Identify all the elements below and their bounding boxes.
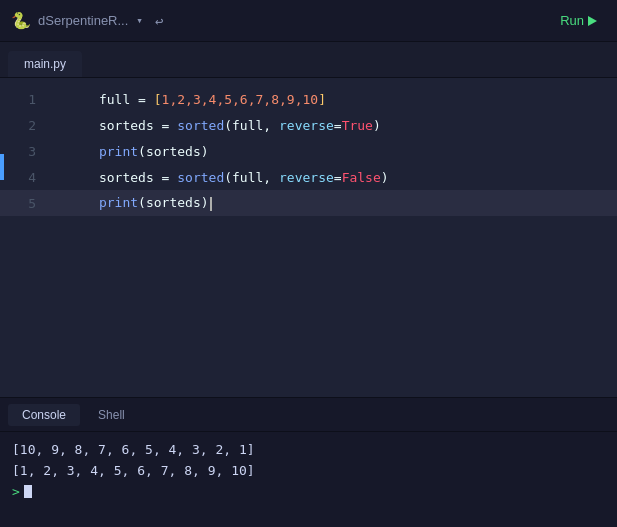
token: (full, — [224, 170, 279, 185]
header-title: dSerpentineR... — [38, 13, 128, 28]
header: 🐍 dSerpentineR... ▾ ↩ Run — [0, 0, 617, 42]
run-button[interactable]: Run — [552, 9, 605, 32]
run-label: Run — [560, 13, 584, 28]
line-number-2: 2 — [8, 118, 36, 133]
line-number-4: 4 — [8, 170, 36, 185]
panel-tabs: Console Shell — [0, 398, 617, 432]
token: reverse — [279, 170, 334, 185]
token: (full, — [224, 118, 279, 133]
code-content-5: print(sorteds) — [52, 180, 212, 226]
token: ) — [373, 118, 381, 133]
console-tab[interactable]: Console — [8, 404, 80, 426]
text-cursor — [210, 197, 212, 211]
token: = — [334, 170, 342, 185]
run-triangle-icon — [588, 16, 597, 26]
chevron-down-icon[interactable]: ▾ — [136, 14, 143, 27]
python-icon: 🐍 — [12, 12, 30, 30]
output-line-2: [1, 2, 3, 4, 5, 6, 7, 8, 9, 10] — [12, 461, 605, 482]
token: = — [334, 118, 342, 133]
token: print — [99, 195, 138, 210]
output-line-1: [10, 9, 8, 7, 6, 5, 4, 3, 2, 1] — [12, 440, 605, 461]
prompt-symbol: > — [12, 482, 20, 503]
token: ) — [381, 170, 389, 185]
prompt-cursor — [24, 485, 32, 498]
prompt-line: > — [12, 482, 605, 503]
token: False — [342, 170, 381, 185]
token: (sorteds) — [138, 195, 208, 210]
back-icon[interactable]: ↩ — [155, 13, 163, 29]
line-number-1: 1 — [8, 92, 36, 107]
shell-tab[interactable]: Shell — [84, 404, 139, 426]
header-left: 🐍 dSerpentineR... ▾ ↩ — [12, 12, 163, 30]
tab-bar: main.py — [0, 42, 617, 78]
active-line-indicator — [0, 154, 4, 180]
token: reverse — [279, 118, 334, 133]
main-py-tab[interactable]: main.py — [8, 51, 82, 77]
console-output: [10, 9, 8, 7, 6, 5, 4, 3, 2, 1] [1, 2, 3… — [0, 432, 617, 510]
line-number-5: 5 — [8, 196, 36, 211]
code-editor: 1 full = [1,2,3,4,5,6,7,8,9,10] 2 sorted… — [0, 78, 617, 397]
bottom-panel: Console Shell [10, 9, 8, 7, 6, 5, 4, 3, … — [0, 397, 617, 527]
line-number-3: 3 — [8, 144, 36, 159]
token: True — [342, 118, 373, 133]
